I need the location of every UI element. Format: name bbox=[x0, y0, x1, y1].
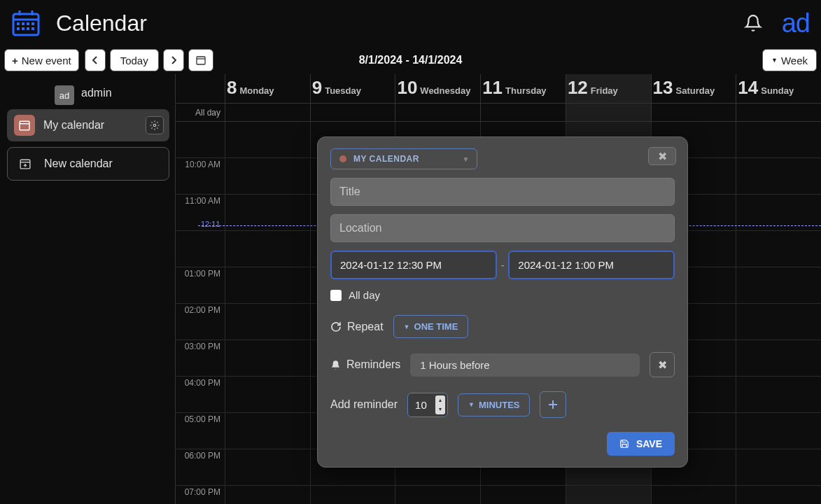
allday-cell[interactable] bbox=[566, 104, 651, 121]
calendar-icon bbox=[196, 55, 206, 65]
day-header-cell[interactable]: 10Wednesday bbox=[395, 74, 480, 103]
day-header-cell[interactable]: 12Friday bbox=[566, 74, 651, 103]
allday-cell[interactable] bbox=[736, 104, 821, 121]
allday-cell[interactable] bbox=[310, 104, 395, 121]
day-header-cell[interactable]: 8Monday bbox=[225, 74, 310, 103]
user-avatar-small: ad bbox=[55, 85, 74, 105]
start-datetime-input[interactable] bbox=[330, 251, 497, 279]
time-cell[interactable] bbox=[566, 486, 651, 504]
time-cell[interactable] bbox=[736, 486, 821, 504]
chevron-right-icon bbox=[171, 56, 176, 64]
time-cell[interactable] bbox=[651, 486, 736, 504]
end-datetime-input[interactable] bbox=[508, 251, 675, 279]
allday-cell[interactable] bbox=[651, 104, 736, 121]
day-name: Tuesday bbox=[325, 85, 361, 96]
user-name: admin bbox=[81, 87, 112, 99]
time-label: 04:00 PM bbox=[176, 377, 225, 412]
time-cell[interactable] bbox=[736, 304, 821, 340]
time-cell[interactable] bbox=[736, 377, 821, 412]
add-reminder-button[interactable] bbox=[540, 391, 566, 418]
calendar-settings-button[interactable] bbox=[146, 116, 164, 134]
reminder-unit-select[interactable]: ▼ MINUTES bbox=[458, 393, 530, 416]
repeat-icon bbox=[330, 321, 342, 332]
time-cell[interactable] bbox=[480, 486, 566, 504]
new-event-button[interactable]: + New event bbox=[4, 49, 79, 71]
time-cell[interactable] bbox=[225, 195, 310, 230]
allday-label: All day bbox=[176, 104, 225, 121]
caret-down-icon: ▼ bbox=[404, 323, 410, 330]
allday-cell[interactable] bbox=[480, 104, 566, 121]
time-label: 03:00 PM bbox=[176, 340, 225, 376]
plus-icon: + bbox=[12, 55, 18, 66]
time-label: 02:00 PM bbox=[176, 304, 225, 340]
svg-rect-11 bbox=[31, 27, 34, 30]
app-header: Calendar ad bbox=[0, 0, 821, 46]
time-cell[interactable] bbox=[225, 340, 310, 376]
new-event-label: New event bbox=[22, 55, 71, 66]
reminders-label: Reminders bbox=[346, 358, 400, 371]
time-label: 06:00 PM bbox=[176, 449, 225, 485]
allday-checkbox[interactable] bbox=[330, 290, 342, 301]
gear-icon bbox=[150, 120, 160, 130]
time-cell[interactable] bbox=[225, 377, 310, 412]
time-cell[interactable] bbox=[395, 486, 480, 504]
repeat-value: ONE TIME bbox=[414, 321, 458, 332]
day-name: Friday bbox=[591, 85, 618, 96]
time-cell[interactable] bbox=[225, 449, 310, 485]
time-cell[interactable] bbox=[225, 413, 310, 449]
time-cell[interactable] bbox=[225, 231, 310, 267]
svg-rect-6 bbox=[27, 22, 29, 25]
day-header-cell[interactable]: 14Sunday bbox=[736, 74, 821, 103]
sidebar-item-my-calendar[interactable]: My calendar bbox=[7, 109, 169, 141]
view-select[interactable]: ▼ Week bbox=[762, 49, 817, 71]
user-row: ad admin bbox=[7, 83, 169, 109]
view-label: Week bbox=[781, 55, 808, 66]
time-cell[interactable] bbox=[736, 231, 821, 267]
user-avatar[interactable]: ad bbox=[782, 8, 810, 38]
time-cell[interactable] bbox=[225, 122, 310, 158]
bell-icon bbox=[330, 360, 341, 370]
today-label: Today bbox=[120, 55, 148, 66]
time-cell[interactable] bbox=[736, 122, 821, 158]
svg-rect-7 bbox=[31, 22, 34, 25]
svg-rect-9 bbox=[22, 27, 24, 30]
time-cell[interactable] bbox=[736, 158, 821, 194]
time-cell[interactable] bbox=[736, 195, 821, 230]
time-cell[interactable] bbox=[736, 449, 821, 485]
svg-rect-14 bbox=[20, 121, 29, 130]
close-button[interactable]: ✖ bbox=[648, 147, 676, 165]
number-spinner[interactable]: ▲▼ bbox=[435, 396, 445, 414]
date-picker-button[interactable] bbox=[188, 49, 213, 71]
app-title: Calendar bbox=[56, 10, 147, 36]
day-header-cell[interactable]: 11Thursday bbox=[480, 74, 566, 103]
notifications-icon[interactable] bbox=[744, 14, 762, 32]
reminder-chip: 1 Hours before bbox=[410, 354, 640, 377]
time-cell[interactable] bbox=[225, 158, 310, 194]
sidebar-item-new-calendar[interactable]: New calendar bbox=[7, 147, 169, 181]
calendar-select[interactable]: MY CALENDAR ▼ bbox=[330, 148, 477, 169]
next-week-button[interactable] bbox=[163, 49, 184, 71]
allday-cell[interactable] bbox=[225, 104, 310, 121]
prev-week-button[interactable] bbox=[85, 49, 106, 71]
day-number: 9 bbox=[312, 77, 322, 99]
now-time-label: 12:11 bbox=[199, 220, 222, 228]
time-cell[interactable] bbox=[225, 267, 310, 303]
save-button[interactable]: SAVE bbox=[607, 432, 675, 456]
reminder-delete-button[interactable]: ✖ bbox=[650, 352, 675, 377]
time-cell[interactable] bbox=[736, 413, 821, 449]
time-cell[interactable] bbox=[225, 304, 310, 340]
today-button[interactable]: Today bbox=[110, 49, 159, 71]
allday-cell[interactable] bbox=[395, 104, 480, 121]
title-input[interactable] bbox=[330, 178, 675, 206]
time-cell[interactable] bbox=[225, 486, 310, 504]
time-label: 05:00 PM bbox=[176, 413, 225, 449]
day-header-cell[interactable]: 13Saturday bbox=[651, 74, 736, 103]
repeat-select[interactable]: ▼ ONE TIME bbox=[393, 315, 469, 338]
time-cell[interactable] bbox=[736, 267, 821, 303]
day-header-cell[interactable]: 9Tuesday bbox=[310, 74, 395, 103]
time-cell[interactable] bbox=[736, 340, 821, 376]
time-cell[interactable] bbox=[310, 486, 395, 504]
my-calendar-label: My calendar bbox=[43, 119, 104, 132]
caret-down-icon: ▼ bbox=[468, 401, 475, 408]
location-input[interactable] bbox=[330, 214, 675, 242]
